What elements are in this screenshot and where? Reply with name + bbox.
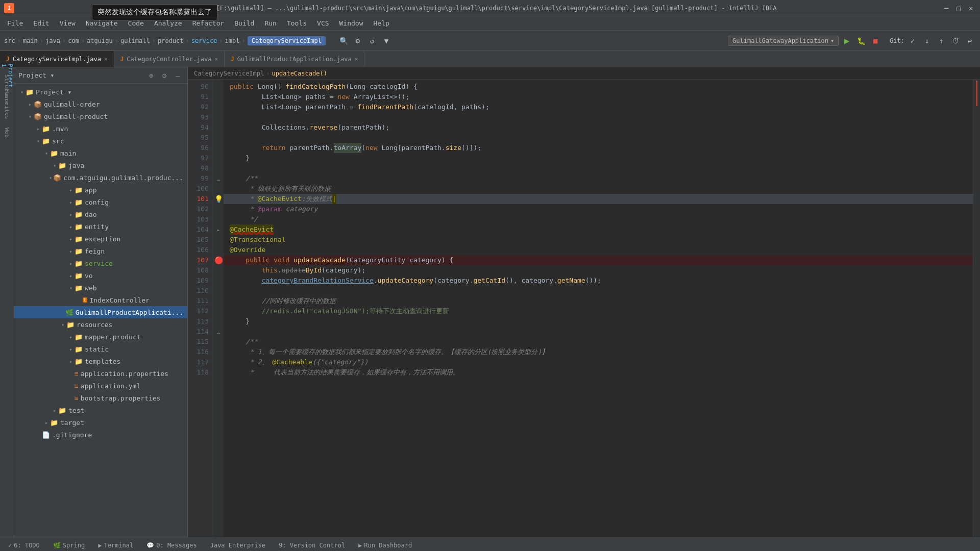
tree-java[interactable]: ▾ 📁 java	[14, 159, 187, 171]
tab-close-2[interactable]: ✕	[214, 56, 218, 62]
tab-close-3[interactable]: ✕	[355, 56, 358, 62]
bc-src[interactable]: src	[4, 37, 15, 44]
tree-mapper[interactable]: ▸ 📁 mapper.product	[14, 331, 187, 343]
maximize-button[interactable]: □	[953, 3, 964, 13]
tree-gulimall-order[interactable]: ▸ 📦 gulimall-order	[14, 98, 187, 110]
stop-button[interactable]: ■	[869, 35, 881, 47]
search-icon[interactable]: 🔍	[337, 35, 350, 47]
tree-feign[interactable]: ▸ 📁 feign	[14, 245, 187, 257]
tab-gulimallproductapplication[interactable]: J GulimallProductApplication.java ✕	[225, 51, 364, 67]
sidebar-settings-icon[interactable]: ⚙	[159, 70, 170, 81]
bc-com[interactable]: com	[68, 37, 79, 44]
todo-label: 6: TODO	[14, 542, 40, 549]
bottom-tab-messages[interactable]: 💬 0: Messages	[140, 540, 203, 551]
refresh-icon[interactable]: ↺	[366, 35, 378, 47]
tree-src[interactable]: ▾ 📁 src	[14, 135, 187, 147]
run-config-selector[interactable]: GulimallGatewayApplication ▾	[728, 36, 839, 46]
code-line-114	[224, 327, 973, 337]
activity-favorites[interactable]: Favorites	[1, 98, 13, 110]
menu-build[interactable]: Build	[229, 17, 259, 29]
git-history-icon[interactable]: ⏱	[949, 35, 962, 47]
collapse-icon[interactable]: ▼	[380, 35, 393, 47]
menu-help[interactable]: Help	[369, 17, 395, 29]
tab-close-active[interactable]: ✕	[104, 56, 108, 62]
menu-tools[interactable]: Tools	[282, 17, 312, 29]
menu-edit[interactable]: Edit	[28, 17, 54, 29]
tab-categoryserviceimpl[interactable]: J CategoryServiceImpl.java ✕	[0, 51, 114, 67]
arrow-icon: ▸	[67, 224, 75, 230]
tree-application-properties[interactable]: ≡ application.properties	[14, 367, 187, 380]
tree-exception[interactable]: ▸ 📁 exception	[14, 233, 187, 245]
bottom-tab-todo[interactable]: ✓ 6: TODO	[2, 540, 46, 551]
bc-main[interactable]: main	[23, 37, 38, 44]
folder-icon: 📁	[50, 149, 58, 157]
bottom-tab-version-control[interactable]: 9: Version Control	[273, 540, 351, 551]
code-line-113: }	[224, 316, 973, 327]
tab-label-3: GulimallProductApplication.java	[237, 56, 352, 63]
arrow-icon: ▸	[51, 408, 58, 413]
tree-application-yml[interactable]: ≡ application.yml	[14, 380, 187, 392]
bc-path-method[interactable]: updateCascade()	[272, 70, 327, 77]
activity-commits[interactable]	[1, 112, 13, 124]
bottom-tab-java-enterprise[interactable]: Java Enterprise	[204, 540, 272, 551]
tree-templates[interactable]: ▸ 📁 templates	[14, 355, 187, 367]
minimize-button[interactable]: ─	[941, 3, 951, 13]
warning-marker[interactable]: 💡	[214, 195, 223, 203]
bottom-tab-run-dashboard[interactable]: ▶ Run Dashboard	[352, 540, 418, 551]
tree-app[interactable]: ▸ 📁 app	[14, 184, 187, 196]
spring-icon: 🌿	[53, 542, 61, 549]
bc-service[interactable]: service	[191, 37, 217, 44]
settings-icon[interactable]: ⚙	[352, 35, 364, 47]
bc-atguigu[interactable]: atguigu	[87, 37, 113, 44]
git-revert-icon[interactable]: ↩	[964, 35, 976, 47]
tree-dao[interactable]: ▸ 📁 dao	[14, 208, 187, 220]
tree-gulimall-product[interactable]: ▾ 📦 gulimall-product	[14, 110, 187, 122]
bc-path-classname[interactable]: CategoryServiceImpl	[194, 70, 264, 77]
menu-file[interactable]: File	[2, 17, 28, 29]
sidebar-collapse-icon[interactable]: —	[172, 70, 183, 81]
tree-gulimall-app[interactable]: 🌿 GulimallProductApplicati...	[14, 306, 187, 318]
tree-static[interactable]: ▸ 📁 static	[14, 343, 187, 355]
menu-run[interactable]: Run	[259, 17, 281, 29]
tree-com-package[interactable]: ▾ 📦 com.atguigu.gulimall.produc...	[14, 171, 187, 184]
git-commit-icon[interactable]: ✓	[906, 35, 919, 47]
activity-todo[interactable]: Web	[1, 127, 13, 139]
run-button[interactable]: ▶	[841, 35, 853, 47]
code-fold-marker[interactable]: ▸	[217, 227, 220, 233]
bc-java[interactable]: java	[45, 37, 60, 44]
tab-categorycontroller[interactable]: J CategoryController.java ✕	[114, 51, 225, 67]
menu-vcs[interactable]: VCS	[312, 17, 334, 29]
tab-label-active: CategoryServiceImpl.java	[13, 56, 101, 63]
tree-main[interactable]: ▾ 📁 main	[14, 147, 187, 159]
tree-indexcontroller[interactable]: C IndexController	[14, 294, 187, 306]
java-enterprise-label: Java Enterprise	[210, 542, 265, 549]
git-push-icon[interactable]: ↑	[935, 35, 947, 47]
tree-mvn[interactable]: ▸ 📁 .mvn	[14, 122, 187, 135]
git-update-icon[interactable]: ↓	[921, 35, 933, 47]
code-editor[interactable]: public Long[] findCatelogPath(Long catel…	[224, 80, 973, 537]
tree-web[interactable]: ▾ 📁 web	[14, 282, 187, 294]
tree-target[interactable]: ▸ 📁 target	[14, 416, 187, 429]
tree-resources[interactable]: ▾ 📁 resources	[14, 318, 187, 331]
menu-view[interactable]: View	[55, 17, 81, 29]
tree-config[interactable]: ▸ 📁 config	[14, 196, 187, 208]
bottom-tab-spring[interactable]: 🌿 Spring	[47, 540, 91, 551]
tree-root[interactable]: ▾ 📁 Project ▾	[14, 86, 187, 98]
close-button[interactable]: ✕	[966, 3, 976, 13]
arrow-icon: ▸	[67, 236, 75, 242]
tree-entity[interactable]: ▸ 📁 entity	[14, 220, 187, 233]
tree-service[interactable]: ▸ 📁 service	[14, 257, 187, 269]
tree-test[interactable]: ▸ 📁 test	[14, 404, 187, 416]
bottom-tab-terminal[interactable]: ▶ Terminal	[92, 540, 139, 551]
bc-impl[interactable]: impl	[225, 37, 240, 44]
code-line-91: List<Long> paths = new ArrayList<>();	[224, 92, 973, 102]
tree-gitignore[interactable]: 📄 .gitignore	[14, 429, 187, 441]
tree-bootstrap-properties[interactable]: ≡ bootstrap.properties	[14, 392, 187, 404]
tree-vo[interactable]: ▸ 📁 vo	[14, 269, 187, 282]
bc-file[interactable]: CategoryServiceImpl	[248, 36, 326, 45]
bc-gulimall[interactable]: gulimall	[120, 37, 150, 44]
sidebar-locate-icon[interactable]: ⊕	[145, 70, 157, 81]
bc-product[interactable]: product	[158, 37, 184, 44]
debug-button[interactable]: 🐛	[855, 35, 867, 47]
menu-window[interactable]: Window	[334, 17, 369, 29]
